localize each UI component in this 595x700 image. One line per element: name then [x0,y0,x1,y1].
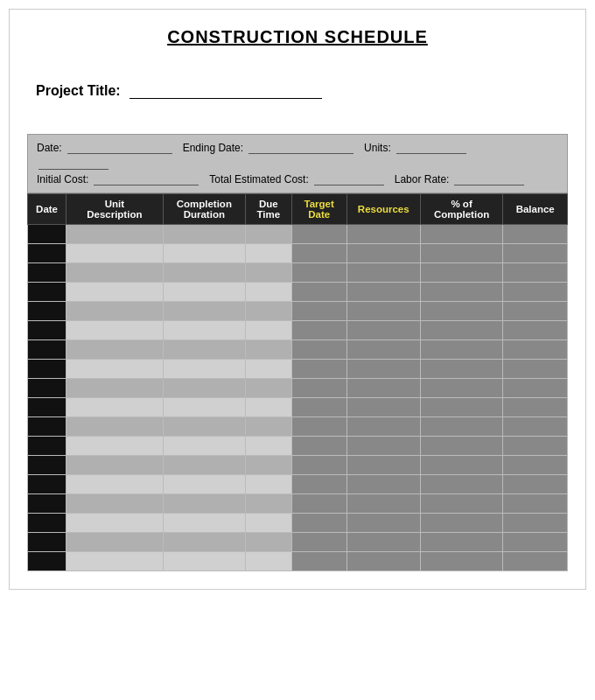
row-unit-cell[interactable] [66,494,163,514]
row-target-cell[interactable] [291,456,346,475]
total-estimated-cost-field[interactable] [314,173,384,186]
ending-date-field[interactable] [248,142,354,154]
table-row[interactable] [28,552,568,571]
units-field[interactable] [396,142,466,154]
table-row[interactable] [28,360,568,379]
row-target-cell[interactable] [291,475,346,494]
row-target-cell[interactable] [291,302,346,321]
row-target-cell[interactable] [291,360,346,379]
row-target-cell[interactable] [291,398,346,417]
row-resources-cell[interactable] [346,263,420,283]
row-date-cell[interactable] [28,417,66,437]
row-date-cell[interactable] [28,514,66,533]
row-resources-cell[interactable] [346,340,420,360]
row-due-cell[interactable] [246,340,292,360]
units-continued-field[interactable] [38,158,108,170]
row-resources-cell[interactable] [346,225,420,244]
row-balance-cell[interactable] [503,552,568,571]
row-completion-cell[interactable] [163,398,246,417]
row-completion-cell[interactable] [163,417,246,437]
row-unit-cell[interactable] [66,302,163,321]
row-pct-cell[interactable] [420,475,503,494]
row-pct-cell[interactable] [420,263,503,283]
row-date-cell[interactable] [28,244,66,263]
table-row[interactable] [28,533,568,552]
row-resources-cell[interactable] [346,398,420,417]
row-completion-cell[interactable] [163,494,246,514]
row-unit-cell[interactable] [66,379,163,398]
row-unit-cell[interactable] [66,340,163,360]
row-completion-cell[interactable] [163,283,246,302]
row-completion-cell[interactable] [163,244,246,263]
row-pct-cell[interactable] [420,437,503,456]
row-pct-cell[interactable] [420,379,503,398]
row-resources-cell[interactable] [346,321,420,340]
row-due-cell[interactable] [246,533,292,552]
row-due-cell[interactable] [246,417,292,437]
row-date-cell[interactable] [28,283,66,302]
row-balance-cell[interactable] [503,417,568,437]
row-target-cell[interactable] [291,437,346,456]
row-resources-cell[interactable] [346,456,420,475]
row-unit-cell[interactable] [66,225,163,244]
row-pct-cell[interactable] [420,494,503,514]
row-due-cell[interactable] [246,283,292,302]
table-row[interactable] [28,379,568,398]
table-row[interactable] [28,417,568,437]
table-row[interactable] [28,302,568,321]
initial-cost-field[interactable] [94,173,199,186]
row-balance-cell[interactable] [503,398,568,417]
table-row[interactable] [28,437,568,456]
row-unit-cell[interactable] [66,514,163,533]
row-completion-cell[interactable] [163,514,246,533]
row-date-cell[interactable] [28,263,66,283]
row-date-cell[interactable] [28,225,66,244]
row-unit-cell[interactable] [66,533,163,552]
row-target-cell[interactable] [291,552,346,571]
row-completion-cell[interactable] [163,302,246,321]
row-completion-cell[interactable] [163,437,246,456]
row-completion-cell[interactable] [163,533,246,552]
row-resources-cell[interactable] [346,494,420,514]
row-resources-cell[interactable] [346,437,420,456]
row-balance-cell[interactable] [503,456,568,475]
row-resources-cell[interactable] [346,360,420,379]
row-date-cell[interactable] [28,552,66,571]
row-pct-cell[interactable] [420,417,503,437]
table-row[interactable] [28,340,568,360]
row-balance-cell[interactable] [503,321,568,340]
row-unit-cell[interactable] [66,552,163,571]
row-completion-cell[interactable] [163,225,246,244]
row-pct-cell[interactable] [420,302,503,321]
table-row[interactable] [28,244,568,263]
row-pct-cell[interactable] [420,321,503,340]
table-row[interactable] [28,263,568,283]
row-pct-cell[interactable] [420,340,503,360]
row-balance-cell[interactable] [503,475,568,494]
row-unit-cell[interactable] [66,417,163,437]
row-resources-cell[interactable] [346,552,420,571]
row-target-cell[interactable] [291,514,346,533]
row-pct-cell[interactable] [420,533,503,552]
row-date-cell[interactable] [28,360,66,379]
row-date-cell[interactable] [28,302,66,321]
row-due-cell[interactable] [246,437,292,456]
row-date-cell[interactable] [28,494,66,514]
date-field[interactable] [67,142,172,154]
row-target-cell[interactable] [291,533,346,552]
row-date-cell[interactable] [28,340,66,360]
row-balance-cell[interactable] [503,360,568,379]
row-date-cell[interactable] [28,533,66,552]
row-date-cell[interactable] [28,398,66,417]
row-date-cell[interactable] [28,379,66,398]
row-resources-cell[interactable] [346,379,420,398]
row-target-cell[interactable] [291,283,346,302]
row-target-cell[interactable] [291,494,346,514]
row-target-cell[interactable] [291,417,346,437]
table-row[interactable] [28,494,568,514]
table-row[interactable] [28,456,568,475]
row-due-cell[interactable] [246,360,292,379]
row-unit-cell[interactable] [66,321,163,340]
row-date-cell[interactable] [28,475,66,494]
row-completion-cell[interactable] [163,456,246,475]
